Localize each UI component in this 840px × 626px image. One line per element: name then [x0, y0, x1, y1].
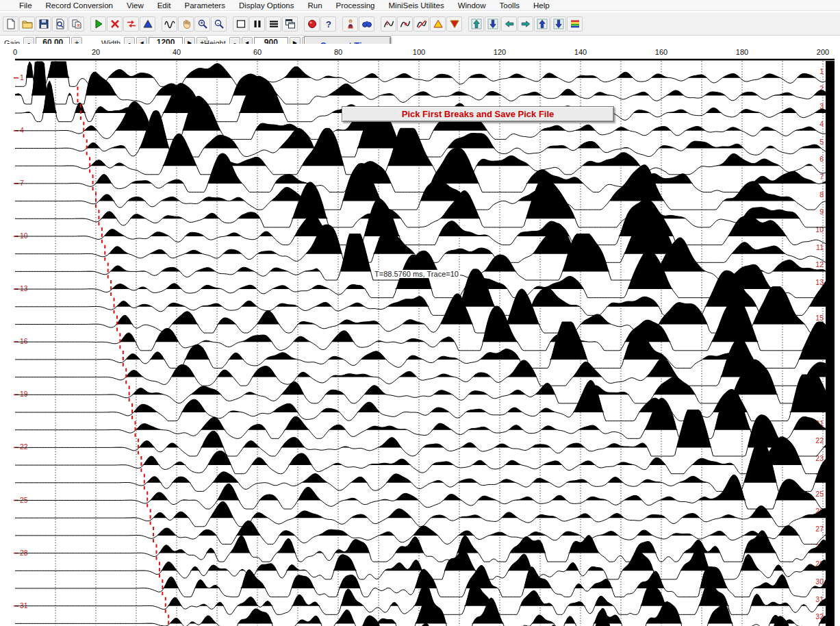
time-tick-label: 160	[655, 48, 667, 56]
reverse-traces-button[interactable]	[123, 16, 139, 32]
open-file-icon	[22, 18, 33, 29]
menu-item-processing[interactable]: Processing	[329, 1, 382, 10]
stop-remove-button[interactable]	[107, 16, 123, 32]
toolbar: +-?	[0, 12, 840, 36]
trace-wiggle	[15, 475, 826, 509]
pick-mode-3-icon	[416, 18, 427, 29]
wiggle-display-icon	[164, 18, 175, 29]
svg-text:-: -	[217, 20, 219, 26]
trace-wiggle	[15, 62, 826, 86]
seismic-record-svg[interactable]: 0204060801001201401601802001234567891011…	[0, 44, 840, 626]
trace-number-right: 15	[815, 314, 824, 322]
toolbar-separator	[375, 16, 380, 32]
first-record-button[interactable]	[534, 16, 550, 32]
alarm-icon	[307, 18, 318, 29]
help-button[interactable]: ?	[320, 16, 336, 32]
pick-up-icon	[433, 18, 444, 29]
line-display-button[interactable]	[266, 16, 281, 32]
zoom-in-icon: +	[197, 18, 208, 29]
toolbar-separator	[337, 16, 342, 32]
menu-item-record-conversion[interactable]: Record Conversion	[39, 1, 120, 10]
run-button[interactable]	[90, 16, 106, 32]
pick-first-breaks-button[interactable]: Pick First Breaks and Save Pick File	[342, 106, 614, 122]
trace-number-right: 5	[819, 138, 824, 146]
copy-record-button[interactable]	[68, 16, 84, 32]
sort-traces-button[interactable]	[140, 16, 155, 32]
menu-item-run[interactable]: Run	[301, 1, 329, 10]
trace-fill	[15, 501, 827, 518]
menu-item-help[interactable]: Help	[526, 1, 557, 10]
move-down-button[interactable]	[485, 16, 500, 32]
trace-number-right: 25	[815, 490, 824, 498]
trace-fill	[15, 62, 827, 78]
color-scale-button[interactable]	[567, 16, 583, 32]
time-tick-label: 200	[817, 48, 829, 56]
last-record-button[interactable]	[550, 16, 566, 32]
zoom-document-button[interactable]	[52, 16, 68, 32]
record-display-area: 0204060801001201401601802001234567891011…	[0, 44, 840, 626]
pick-down-button[interactable]	[446, 16, 462, 32]
trace-number-right: 13	[815, 278, 824, 286]
search-traces-button[interactable]	[359, 16, 374, 32]
sort-traces-icon	[142, 18, 153, 29]
trace-wiggle	[15, 304, 826, 351]
next-record-button[interactable]	[518, 16, 533, 32]
seismic-traces[interactable]	[15, 62, 827, 626]
copy-record-icon	[71, 18, 82, 29]
zoom-in-button[interactable]: +	[194, 16, 210, 32]
menu-item-edit[interactable]: Edit	[151, 1, 178, 10]
first-record-icon	[537, 18, 548, 29]
cursor-tooltip: T=88.5760 ms, Trace=10	[373, 270, 460, 278]
trace-number-right: 27	[815, 525, 824, 533]
pick-up-button[interactable]	[430, 16, 446, 32]
menu-item-window[interactable]: Window	[451, 1, 493, 10]
last-record-icon	[553, 18, 564, 29]
search-traces-icon	[361, 18, 372, 29]
menu-item-toolls[interactable]: Toolls	[493, 1, 526, 10]
trace-number-left: 22	[20, 442, 28, 451]
trace-fill	[15, 475, 827, 500]
pick-mode-1-button[interactable]	[381, 16, 396, 32]
trace-number-left: 13	[20, 284, 28, 292]
zoom-out-button[interactable]: -	[211, 16, 227, 32]
trace-number-left: 28	[20, 549, 28, 557]
pick-down-icon	[449, 18, 460, 29]
help-icon: ?	[323, 18, 334, 29]
toolbar-separator	[298, 16, 303, 32]
area-select-icon	[236, 18, 246, 29]
area-select-button[interactable]	[233, 16, 249, 32]
trace-number-right: 4	[819, 120, 824, 128]
new-record-icon	[5, 18, 16, 29]
pick-mode-2-button[interactable]	[397, 16, 413, 32]
time-axis-labels: 020406080100120140160180200	[13, 48, 829, 56]
menu-item-view[interactable]: View	[120, 1, 151, 10]
pause-display-button[interactable]	[249, 16, 265, 32]
field-crew-button[interactable]	[342, 16, 358, 32]
wiggle-display-button[interactable]	[162, 16, 177, 32]
menu-item-parameters[interactable]: Parameters	[178, 1, 232, 10]
menu-item-miniseis-utilites[interactable]: MiniSeis Utilites	[382, 1, 451, 10]
time-tick-label: 180	[736, 48, 748, 56]
reverse-traces-icon	[126, 18, 137, 29]
alarm-button[interactable]	[304, 16, 320, 32]
move-up-button[interactable]	[468, 16, 484, 32]
color-scale-icon	[570, 18, 581, 29]
pan-button[interactable]	[178, 16, 194, 32]
toolbar-separator	[85, 16, 90, 32]
pick-mode-3-button[interactable]	[413, 16, 429, 32]
trace-number-right: 22	[815, 436, 824, 445]
trace-number-left: 4	[20, 126, 24, 134]
prev-record-button[interactable]	[501, 16, 517, 32]
trace-number-left: 31	[20, 601, 28, 610]
save-file-button[interactable]	[36, 16, 51, 32]
prev-record-icon	[504, 18, 515, 29]
next-record-icon	[520, 18, 531, 29]
new-record-button[interactable]	[3, 16, 18, 32]
menu-item-file[interactable]: File	[12, 1, 39, 10]
trace-number-left: 16	[20, 337, 28, 345]
cascade-windows-button[interactable]	[282, 16, 298, 32]
right-edge-bar	[826, 61, 835, 626]
menu-item-display-options[interactable]: Display Options	[232, 1, 301, 10]
cascade-windows-icon	[285, 18, 296, 29]
open-file-button[interactable]	[19, 16, 35, 32]
